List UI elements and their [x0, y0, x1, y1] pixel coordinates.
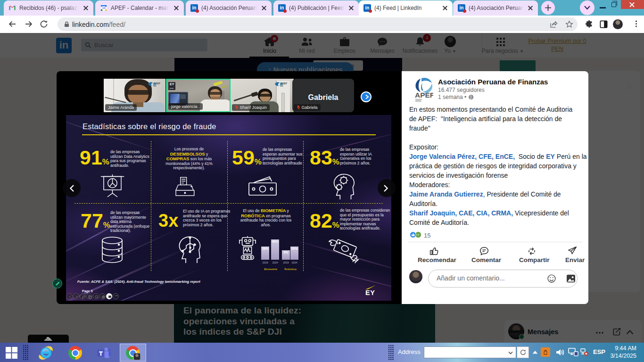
svg-text:14: 14 — [102, 7, 106, 9]
svg-text:APEF: APEF — [415, 91, 433, 99]
svg-text:APEF: APEF — [153, 82, 161, 85]
svg-text:APEF: APEF — [280, 82, 288, 85]
